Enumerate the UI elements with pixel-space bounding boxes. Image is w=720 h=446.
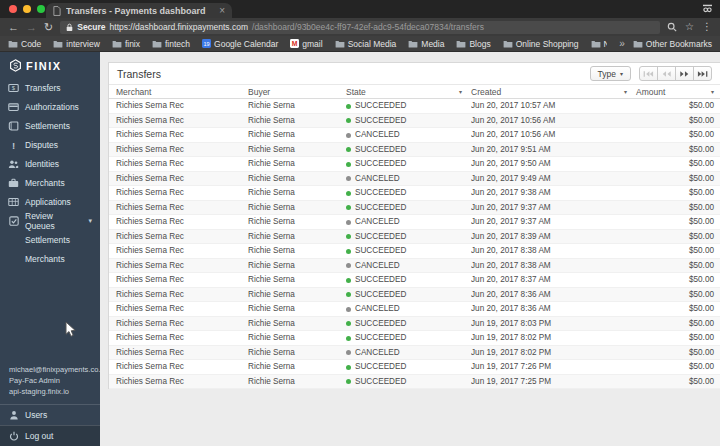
browser-tab[interactable]: Transfers - Payments dashboard × — [46, 3, 232, 18]
state-label: SUCCEEDED — [355, 319, 406, 328]
table-row[interactable]: Richies Serna RecRichie SernaSUCCEEDEDJu… — [109, 114, 720, 129]
sort-caret-icon[interactable]: ▾ — [459, 88, 462, 95]
table-row[interactable]: Richies Serna RecRichie SernaSUCCEEDEDJu… — [109, 186, 720, 201]
cell-state: SUCCEEDED — [346, 377, 471, 386]
cell-state: CANCELED — [346, 174, 471, 183]
previous-page-button[interactable] — [657, 66, 676, 81]
cell-merchant: Richies Serna Rec — [109, 377, 248, 386]
bookmark-fintech[interactable]: fintech — [152, 39, 190, 49]
bookmark-blogs[interactable]: Blogs — [456, 39, 490, 49]
close-window-button[interactable] — [9, 5, 17, 13]
sidebar-item-users[interactable]: Users — [0, 404, 100, 425]
state-label: SUCCEEDED — [355, 116, 406, 125]
table-row[interactable]: Richies Serna RecRichie SernaSUCCEEDEDJu… — [109, 99, 720, 114]
sort-caret-icon[interactable]: ▾ — [711, 88, 714, 95]
sidebar-item-identities[interactable]: Identities — [0, 154, 100, 173]
tab-title: Transfers - Payments dashboard — [66, 6, 214, 16]
cell-amount: $50.00 — [636, 188, 720, 197]
bookmark-online-shopping[interactable]: Online Shopping — [503, 39, 579, 49]
table-row[interactable]: Richies Serna RecRichie SernaCANCELEDJun… — [109, 172, 720, 187]
minimize-window-button[interactable] — [23, 5, 31, 13]
bookmark-media[interactable]: Media — [408, 39, 444, 49]
bookmark-gmail[interactable]: Mgmail — [290, 39, 322, 49]
bookmarks-overflow-icon[interactable]: » — [619, 38, 625, 49]
forward-button[interactable]: → — [26, 22, 37, 33]
bookmark-google-calendar[interactable]: 19Google Calendar — [202, 39, 278, 49]
sidebar-item-disputes[interactable]: !Disputes — [0, 135, 100, 154]
browser-window: Transfers - Payments dashboard × ← → ↻ S… — [0, 0, 720, 446]
address-bar[interactable]: Secure https://dashboard.finixpayments.c… — [60, 21, 660, 34]
cell-created: Jun 20, 2017 10:56 AM — [471, 130, 636, 139]
back-button[interactable]: ← — [8, 22, 19, 33]
sidebar-item-settlements[interactable]: Settlements — [0, 116, 100, 135]
state-dot-succeeded — [346, 162, 351, 167]
cell-buyer: Richie Serna — [248, 203, 346, 212]
column-header-amount[interactable]: Amount▾ — [636, 87, 720, 97]
sidebar-item-applications[interactable]: Applications — [0, 192, 100, 211]
bookmark-star-icon[interactable]: ☆ — [685, 22, 694, 32]
search-icon[interactable] — [667, 22, 677, 32]
table-row[interactable]: Richies Serna RecRichie SernaSUCCEEDEDJu… — [109, 360, 720, 375]
zoom-window-button[interactable] — [37, 5, 45, 13]
table-row[interactable]: Richies Serna RecRichie SernaSUCCEEDEDJu… — [109, 288, 720, 303]
column-header-created[interactable]: Created▾ — [471, 87, 636, 97]
bookmark-interview[interactable]: interview — [53, 39, 100, 49]
table-row[interactable]: Richies Serna RecRichie SernaCANCELEDJun… — [109, 128, 720, 143]
bookmark-code[interactable]: Code — [8, 39, 41, 49]
table-row[interactable]: Richies Serna RecRichie SernaSUCCEEDEDJu… — [109, 143, 720, 158]
sidebar-item-transfers[interactable]: $Transfers — [0, 78, 100, 97]
finix-logo[interactable]: FINIX — [0, 52, 100, 78]
bookmark-label: gmail — [302, 39, 322, 49]
sidebar-subitem-merchants[interactable]: Merchants — [0, 249, 100, 268]
state-label: SUCCEEDED — [355, 290, 406, 299]
table-row[interactable]: Richies Serna RecRichie SernaCANCELEDJun… — [109, 302, 720, 317]
bookmark-news[interactable]: News — [591, 39, 608, 49]
table-row[interactable]: Richies Serna RecRichie SernaCANCELEDJun… — [109, 259, 720, 274]
sidebar-subitem-settlements[interactable]: Settlements — [0, 230, 100, 249]
cell-buyer: Richie Serna — [248, 130, 346, 139]
sidebar-item-log-out[interactable]: Log out — [0, 425, 100, 446]
table-row[interactable]: Richies Serna RecRichie SernaSUCCEEDEDJu… — [109, 244, 720, 259]
state-label: SUCCEEDED — [355, 377, 406, 386]
cell-merchant: Richies Serna Rec — [109, 304, 248, 313]
table-row[interactable]: Richies Serna RecRichie SernaSUCCEEDEDJu… — [109, 331, 720, 346]
state-dot-succeeded — [346, 278, 351, 283]
column-header-state[interactable]: State▾ — [346, 87, 471, 97]
sidebar-item-authorizations[interactable]: Authorizations — [0, 97, 100, 116]
next-page-button[interactable] — [675, 66, 694, 81]
cell-state: SUCCEEDED — [346, 188, 471, 197]
first-page-button[interactable] — [639, 66, 658, 81]
state-label: CANCELED — [355, 174, 400, 183]
bookmark-social-media[interactable]: Social Media — [335, 39, 397, 49]
cell-amount: $50.00 — [636, 304, 720, 313]
chrome-menu-icon[interactable]: ⋮ — [702, 22, 712, 32]
table-row[interactable]: Richies Serna RecRichie SernaSUCCEEDEDJu… — [109, 317, 720, 332]
cell-created: Jun 20, 2017 10:56 AM — [471, 116, 636, 125]
table-row[interactable]: Richies Serna RecRichie SernaSUCCEEDEDJu… — [109, 201, 720, 216]
table-row[interactable]: Richies Serna RecRichie SernaSUCCEEDEDJu… — [109, 273, 720, 288]
cell-state: SUCCEEDED — [346, 246, 471, 255]
extension-icon[interactable] — [702, 4, 713, 13]
type-filter-button[interactable]: Type ▾ — [590, 66, 631, 81]
table-row[interactable]: Richies Serna RecRichie SernaSUCCEEDEDJu… — [109, 157, 720, 172]
table-row[interactable]: Richies Serna RecRichie SernaCANCELEDJun… — [109, 215, 720, 230]
sort-caret-icon[interactable]: ▾ — [624, 88, 627, 95]
bookmark-finix[interactable]: finix — [112, 39, 140, 49]
bookmark-label: Social Media — [348, 39, 397, 49]
page-body: FINIX $TransfersAuthorizationsSettlement… — [0, 52, 720, 446]
other-bookmarks-folder[interactable]: Other Bookmarks — [633, 39, 712, 49]
state-label: CANCELED — [355, 130, 400, 139]
sidebar-item-merchants[interactable]: Merchants — [0, 173, 100, 192]
cell-buyer: Richie Serna — [248, 261, 346, 270]
table-row[interactable]: Richies Serna RecRichie SernaSUCCEEDEDJu… — [109, 375, 720, 390]
cell-buyer: Richie Serna — [248, 101, 346, 110]
table-row[interactable]: Richies Serna RecRichie SernaCANCELEDJun… — [109, 346, 720, 361]
bookmarks-right: » Other Bookmarks — [619, 38, 712, 49]
last-page-button[interactable] — [693, 66, 712, 81]
cell-merchant: Richies Serna Rec — [109, 188, 248, 197]
bookmark-label: finix — [125, 39, 140, 49]
sidebar-item-review-queues[interactable]: Review Queues▾ — [0, 211, 100, 230]
table-row[interactable]: Richies Serna RecRichie SernaSUCCEEDEDJu… — [109, 230, 720, 245]
tab-close-icon[interactable]: × — [219, 6, 225, 16]
reload-button[interactable]: ↻ — [44, 22, 53, 33]
